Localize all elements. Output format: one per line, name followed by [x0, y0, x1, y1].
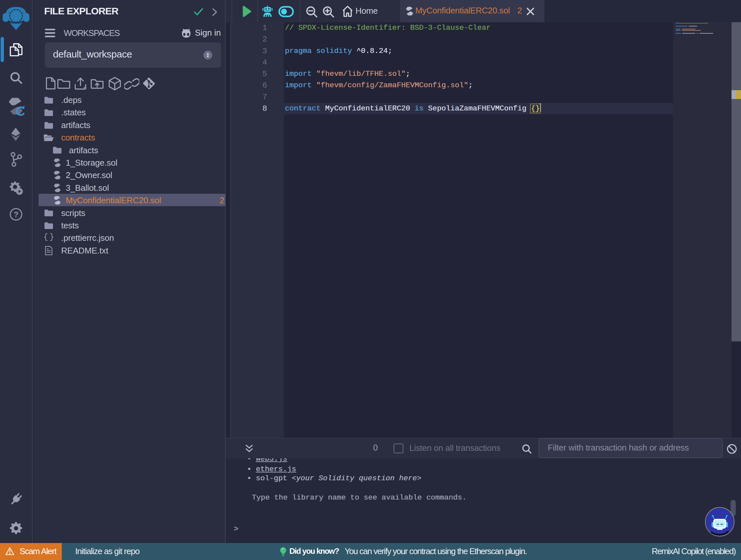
- svg-text:?: ?: [13, 210, 18, 219]
